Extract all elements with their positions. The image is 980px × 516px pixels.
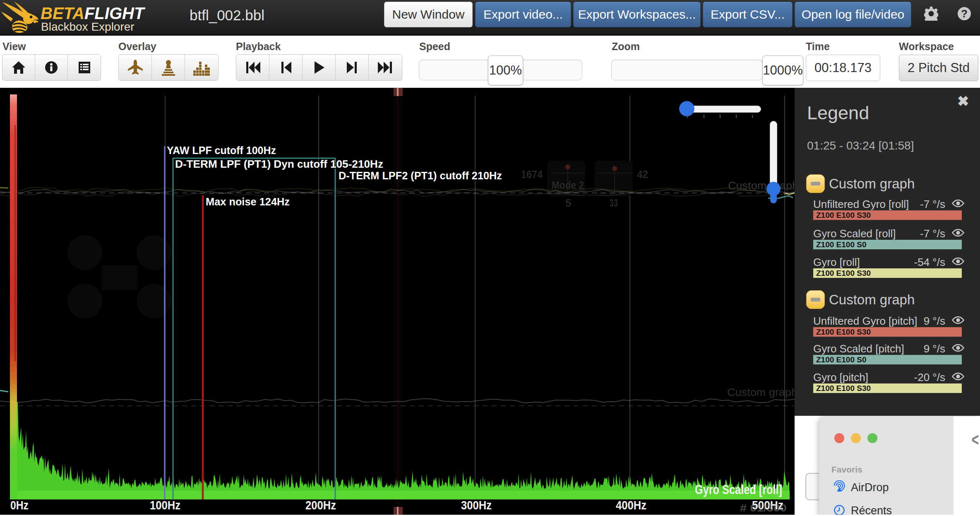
svg-text:300Hz: 300Hz (461, 498, 492, 512)
svg-text:Max noise 124Hz: Max noise 124Hz (206, 195, 290, 208)
svg-text:D-TERM LPF2 (PT1) cutoff 210Hz: D-TERM LPF2 (PT1) cutoff 210Hz (339, 169, 502, 182)
svg-text:Gyro Scaled [roll]: Gyro Scaled [roll] (695, 482, 782, 497)
svg-text:1674: 1674 (521, 168, 543, 181)
svg-text:33: 33 (610, 197, 618, 209)
svg-text:Custom graph: Custom graph (727, 386, 795, 398)
svg-text:100Hz: 100Hz (150, 498, 180, 512)
svg-text:42: 42 (637, 168, 648, 181)
svg-text:400Hz: 400Hz (616, 498, 646, 512)
svg-text:D-TERM LPF (PT1) Dyn cutoff 10: D-TERM LPF (PT1) Dyn cutoff 105-210Hz (175, 158, 383, 170)
svg-text:Custom graph: Custom graph (728, 180, 795, 191)
svg-text:5: 5 (565, 197, 571, 209)
svg-text:0Hz: 0Hz (10, 498, 29, 512)
svg-text:# 01/300: # 01/300 (740, 503, 787, 514)
svg-text:YAW LPF cutoff 100Hz: YAW LPF cutoff 100Hz (167, 144, 276, 157)
svg-text:200Hz: 200Hz (305, 498, 336, 512)
